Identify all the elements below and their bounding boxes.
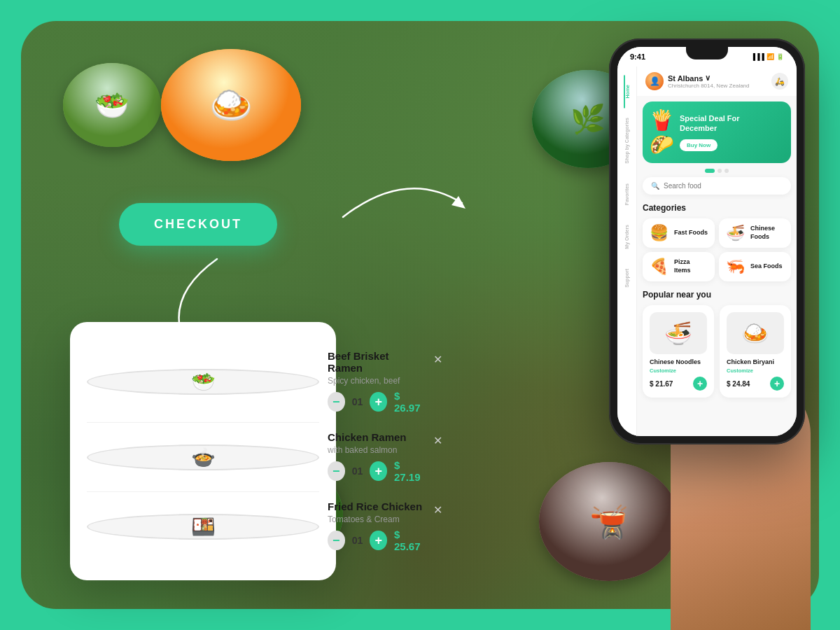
search-input[interactable] — [664, 182, 783, 190]
item-1-desc: Spicy chicken, beef — [328, 376, 425, 386]
categories-title: Categories — [643, 203, 791, 213]
item-2-count: 01 — [352, 465, 363, 477]
biryani-price: $ 24.84 — [727, 380, 750, 388]
item-1-image: 🥗 — [87, 369, 319, 395]
phone-mockup: 9:41 ▐▐▐ 📶 🔋 Home Shop by Categories Fav… — [609, 38, 805, 444]
sea-food-label: Sea Foods — [750, 262, 783, 271]
noodles-add-button[interactable]: + — [693, 377, 707, 391]
dot-1 — [705, 169, 715, 173]
item-3-price: $ 25.67 — [394, 528, 425, 552]
chinese-food-label: Chinese Foods — [750, 225, 784, 241]
banner-title: Special Deal For December — [680, 113, 778, 134]
item-1-count: 01 — [352, 396, 363, 407]
noodles-image: 🍜 — [650, 312, 707, 354]
category-sea-foods[interactable]: 🦐 Sea Foods — [719, 252, 791, 281]
wifi-icon: 📶 — [766, 53, 774, 60]
item-1-minus[interactable]: − — [328, 392, 345, 412]
nav-categories[interactable]: Shop by Categories — [624, 108, 629, 174]
item-1-details: Beef Brisket Ramen Spicy chicken, beef −… — [328, 350, 425, 414]
location-subtitle: Christchurch 8014, New Zealand — [668, 83, 750, 89]
delivery-icon[interactable]: 🛵 — [771, 73, 788, 90]
item-1-close[interactable]: ✕ — [433, 353, 442, 366]
nav-favorites[interactable]: Favorites — [624, 174, 629, 215]
checkout-button[interactable]: CHECKOUT — [119, 203, 277, 246]
food-bowl-6: 🫕 — [539, 462, 679, 581]
biryani-bottom: $ 24.84 + — [727, 377, 784, 391]
noodles-bottom: $ 21.67 + — [650, 377, 707, 391]
chinese-food-icon: 🍜 — [726, 224, 745, 242]
item-2-desc: with baked salmon — [328, 445, 425, 455]
popular-grid: 🍜 Chinese Noodles Customize $ 21.67 + 🍛 … — [643, 305, 791, 398]
item-3-image: 🍱 — [87, 514, 319, 540]
category-chinese-foods[interactable]: 🍜 Chinese Foods — [719, 218, 791, 248]
biryani-add-button[interactable]: + — [770, 377, 784, 391]
promo-banner[interactable]: 🍟 🌮 Special Deal For December Buy Now — [643, 102, 791, 163]
noodles-customize[interactable]: Customize — [650, 368, 707, 374]
banner-food-2: 🌮 — [650, 133, 674, 156]
phone-main-content: 👤 St Albans ∨ Christchurch 8014, New Zea… — [637, 47, 797, 436]
item-3-minus[interactable]: − — [328, 531, 345, 550]
popular-title: Popular near you — [643, 290, 791, 300]
item-1-price: $ 26.97 — [394, 390, 425, 414]
banner-food-1: 🍟 — [650, 108, 674, 132]
item-2-minus[interactable]: − — [328, 461, 345, 481]
categories-section: Categories 🍔 Fast Foods 🍜 Chinese Foods … — [637, 199, 797, 286]
banner-text: Special Deal For December Buy Now — [674, 113, 784, 152]
item-3-desc: Tomatoes & Cream — [328, 514, 425, 524]
phone-screen: 9:41 ▐▐▐ 📶 🔋 Home Shop by Categories Fav… — [617, 47, 797, 436]
battery-icon: 🔋 — [776, 53, 784, 60]
cart-item-2: 🍲 Chicken Ramen with baked salmon − 01 +… — [87, 423, 319, 492]
nav-support[interactable]: Support — [624, 259, 629, 298]
food-card-biryani[interactable]: 🍛 Chicken Biryani Customize $ 24.84 + — [720, 305, 791, 398]
cart-item-3: 🍱 Fried Rice Chicken Tomatoes & Cream − … — [87, 492, 319, 561]
item-3-count: 01 — [352, 535, 363, 546]
item-2-image: 🍲 — [87, 444, 319, 470]
pizza-label: Pizza Items — [674, 258, 708, 274]
banner-dots — [637, 169, 797, 173]
biryani-image: 🍛 — [727, 312, 784, 354]
location-text: St Albans ∨ Christchurch 8014, New Zeala… — [668, 74, 750, 89]
item-1-quantity: − 01 + $ 26.97 — [328, 390, 425, 414]
phone-header: 👤 St Albans ∨ Christchurch 8014, New Zea… — [637, 66, 797, 96]
item-3-quantity: − 01 + $ 25.67 — [328, 528, 425, 552]
search-icon: 🔍 — [651, 182, 659, 190]
banner-food-icons: 🍟 🌮 — [650, 108, 674, 156]
cart-item-1: 🥗 Beef Brisket Ramen Spicy chicken, beef… — [87, 342, 319, 423]
popular-section: Popular near you 🍜 Chinese Noodles Custo… — [637, 286, 797, 402]
search-bar[interactable]: 🔍 — [643, 177, 791, 195]
location-info: 👤 St Albans ∨ Christchurch 8014, New Zea… — [645, 72, 750, 90]
food-bowl-2: 🍛 — [161, 49, 301, 161]
nav-home[interactable]: Home — [624, 75, 630, 108]
user-avatar: 👤 — [645, 72, 664, 90]
buy-now-button[interactable]: Buy Now — [680, 139, 718, 151]
item-3-plus[interactable]: + — [370, 531, 387, 550]
item-1-name: Beef Brisket Ramen — [328, 350, 425, 374]
item-2-plus[interactable]: + — [370, 461, 387, 481]
dot-2 — [718, 169, 722, 173]
biryani-name: Chicken Biryani — [727, 358, 784, 365]
item-2-close[interactable]: ✕ — [433, 434, 442, 447]
noodles-name: Chinese Noodles — [650, 358, 707, 365]
phone-notch — [686, 47, 728, 59]
item-1-plus[interactable]: + — [370, 392, 387, 412]
food-card-noodles[interactable]: 🍜 Chinese Noodles Customize $ 21.67 + — [643, 305, 714, 398]
dot-3 — [724, 169, 729, 173]
status-icons: ▐▐▐ 📶 🔋 — [751, 53, 784, 60]
item-2-name: Chicken Ramen — [328, 431, 425, 443]
phone-wrapper: 9:41 ▐▐▐ 📶 🔋 Home Shop by Categories Fav… — [609, 38, 805, 444]
category-fast-foods[interactable]: 🍔 Fast Foods — [643, 218, 715, 248]
item-3-close[interactable]: ✕ — [433, 503, 442, 517]
nav-orders[interactable]: My Orders — [624, 215, 629, 259]
phone-sidebar: Home Shop by Categories Favorites My Ord… — [617, 47, 637, 436]
location-name[interactable]: St Albans ∨ — [668, 74, 750, 83]
item-3-name: Fried Rice Chicken — [328, 500, 425, 512]
biryani-customize[interactable]: Customize — [727, 368, 784, 374]
noodles-price: $ 21.67 — [650, 380, 673, 388]
item-2-details: Chicken Ramen with baked salmon − 01 + $… — [328, 431, 425, 483]
chevron-down-icon: ∨ — [705, 74, 710, 83]
category-pizza[interactable]: 🍕 Pizza Items — [643, 252, 715, 281]
food-bowl-1: 🥗 — [63, 63, 161, 147]
categories-grid: 🍔 Fast Foods 🍜 Chinese Foods 🍕 Pizza Ite… — [643, 218, 791, 281]
signal-icon: ▐▐▐ — [751, 53, 764, 60]
item-2-quantity: − 01 + $ 27.19 — [328, 459, 425, 483]
